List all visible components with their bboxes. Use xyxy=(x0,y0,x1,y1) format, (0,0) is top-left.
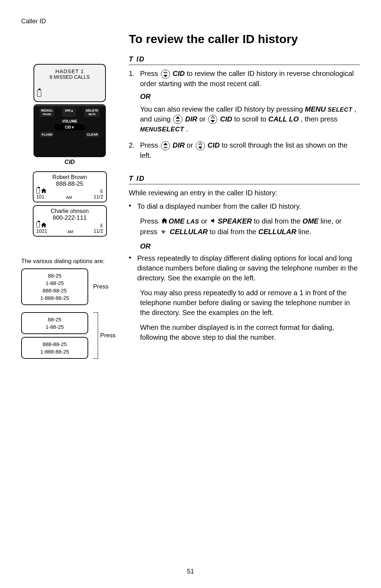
caller-entry-1: Robert Brown 888-88-25 E 101 AM 11/2 xyxy=(33,171,107,202)
cellular-label: CELLULAR xyxy=(170,228,208,236)
text: You can also review the caller ID histor… xyxy=(140,105,305,113)
bullet-2: • Press repeatedly to display different … xyxy=(129,253,360,283)
cellular-icon xyxy=(160,227,167,237)
dial-option: 1-888-88-25 xyxy=(26,348,83,355)
dial-option: 1-88-25 xyxy=(26,323,83,331)
entry-name: Charlie ohnson xyxy=(36,208,103,214)
home-label: OME xyxy=(169,217,185,225)
entry-time: 101 xyxy=(36,194,44,200)
dial-box: 88-25 1-88-25 xyxy=(21,312,88,334)
nav-down-icon xyxy=(161,70,170,79)
dial-box: 88-25 1-88-25 888-88-25 1-888-88-25 xyxy=(21,268,88,305)
nav-up-icon xyxy=(173,115,182,124)
text: Press xyxy=(140,141,160,149)
or-label: OR xyxy=(140,91,360,101)
cid-label: CID xyxy=(220,115,232,123)
step-1: 1. Press CID to review the caller ID his… xyxy=(129,69,360,134)
cellular-label: CELLULAR xyxy=(258,228,296,236)
dial-option: 88-25 xyxy=(26,316,83,323)
dialing-options-caption: The various dialing options are: xyxy=(21,258,118,265)
press-label: Press xyxy=(100,332,115,339)
screen-line1: HADSET 1 xyxy=(37,68,102,74)
text: to dial from the xyxy=(210,228,258,236)
screen-line2: 6 MISSED CALLS xyxy=(37,74,102,80)
text: Press repeatedly to display different di… xyxy=(137,253,360,283)
handset-screen-idle: HADSET 1 6 MISSED CALLS xyxy=(34,64,106,102)
handset-keypad-image: REDIALPAUSE DIR▲ DELETEMUTE VOLUME CID▼ … xyxy=(34,104,106,157)
key-volume: VOLUME xyxy=(34,118,106,124)
right-column: To review the caller ID history T ID 1. … xyxy=(129,32,360,366)
dial-option: 1-88-25 xyxy=(26,279,83,287)
key-dir: DIR▲ xyxy=(62,108,76,117)
dial-option-group-2: 88-25 1-88-25 888-88-25 1-888-88-25 Pres… xyxy=(21,312,118,359)
dir-label: DIR xyxy=(173,141,185,149)
key-cid: CID▼ xyxy=(55,124,85,130)
text: or xyxy=(187,141,195,149)
bullet-icon: • xyxy=(129,253,134,283)
step-number: 1. xyxy=(129,69,137,134)
text: to scroll to xyxy=(234,115,268,123)
text: . xyxy=(186,125,188,133)
section-heading-1: T ID xyxy=(129,55,360,65)
cid-caption: CID xyxy=(21,159,118,166)
bullet-2-p3: When the number displayed is in the corr… xyxy=(140,322,360,342)
entry-ampm: AM xyxy=(66,195,72,200)
bullet-2-p2: You may also press repeatedly to add or … xyxy=(140,288,360,317)
menu-label: MENU xyxy=(305,105,326,113)
page-number: 51 xyxy=(187,568,194,575)
home-icon xyxy=(41,188,47,194)
select-label: SELECT xyxy=(328,106,352,113)
entry-name: Robert Brown xyxy=(36,174,103,180)
battery-icon xyxy=(37,90,41,97)
section-heading-2: T ID xyxy=(129,174,360,184)
caller-entry-2: Charlie ohnson 800-222-111 E 1021 AM 11/… xyxy=(33,205,107,236)
step-2: 2. Press DIR or CID to scroll through th… xyxy=(129,140,360,160)
home-icon xyxy=(161,217,168,227)
key-clear: CLEAR xyxy=(85,132,99,137)
entry-number: 800-222-111 xyxy=(36,214,103,221)
text: to dial from the xyxy=(254,217,302,225)
bullet-1: • To dial a displayed number from the ca… xyxy=(129,201,360,211)
nav-down-icon xyxy=(196,141,205,150)
text: or xyxy=(199,115,207,123)
page-layout: HADSET 1 6 MISSED CALLS REDIALPAUSE DIR▲… xyxy=(21,32,360,366)
dial-option: 88-25 xyxy=(26,272,83,279)
cid-label: CID xyxy=(207,141,219,149)
key-flash: FLASH xyxy=(40,132,54,137)
battery-icon xyxy=(36,188,40,194)
dial-option: 888-88-25 xyxy=(26,340,83,348)
page-title: To review the caller ID history xyxy=(129,32,360,46)
dial-box: 888-88-25 1-888-88-25 xyxy=(21,337,88,359)
section2-intro: While reviewing an entry in the caller I… xyxy=(129,188,360,198)
entry-time: 1021 xyxy=(36,228,47,234)
text: To dial a displayed number from the call… xyxy=(137,201,301,211)
press-label: Press xyxy=(93,283,108,290)
or-label: OR xyxy=(140,242,360,250)
text: Press xyxy=(140,70,160,77)
bullet-icon: • xyxy=(129,201,134,211)
entry-date: 11/2 xyxy=(93,194,103,200)
text: line. xyxy=(298,228,312,236)
key-delete: DELETEMUTE xyxy=(84,108,100,117)
battery-icon xyxy=(36,222,40,227)
entry-number: 888-88-25 xyxy=(36,180,103,188)
text: to review the caller ID history in rever… xyxy=(140,70,354,88)
entry-ampm: AM xyxy=(67,230,73,234)
home-label: OME xyxy=(302,217,319,225)
text: or xyxy=(201,217,209,225)
text: , then press xyxy=(301,115,338,123)
entry-tag: E xyxy=(100,189,103,194)
entry-date: 11/2 xyxy=(93,228,103,234)
bracket-icon xyxy=(93,312,98,359)
home-icon xyxy=(41,221,47,228)
speaker-icon xyxy=(210,217,217,227)
menuselect-label: MENUSELECT xyxy=(140,126,184,132)
nav-down-icon xyxy=(208,115,217,124)
speaker-label: SPEAKER xyxy=(218,217,252,225)
entry-tag: E xyxy=(100,223,103,228)
text: Press xyxy=(140,217,160,225)
dial-option-group-1: 88-25 1-88-25 888-88-25 1-888-88-25 Pres… xyxy=(21,268,118,305)
text: to scroll through the list as shown on t… xyxy=(140,141,347,159)
bullet-1-detail: Press OME LAS or SPEAKER to dial from th… xyxy=(140,216,360,237)
dial-option: 1-888-88-25 xyxy=(26,294,83,302)
